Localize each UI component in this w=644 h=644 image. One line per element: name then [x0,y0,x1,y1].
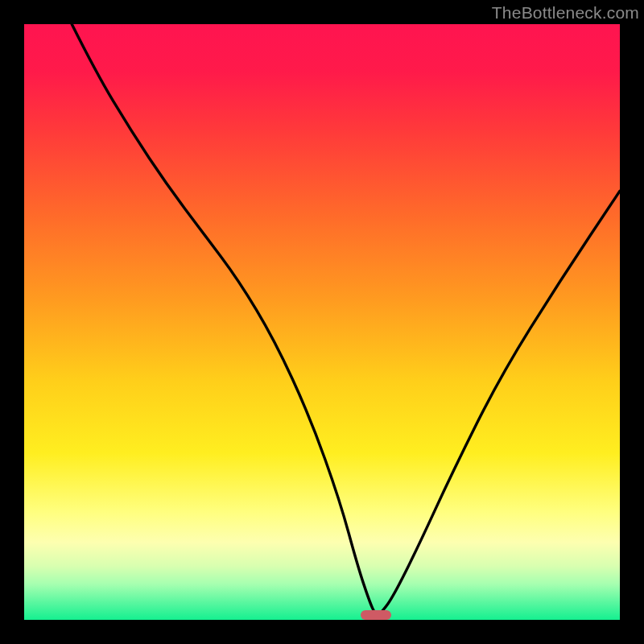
watermark-label: TheBottleneck.com [492,3,639,23]
chart-frame: TheBottleneck.com [0,0,644,644]
chart-plot-area [24,24,620,620]
chart-curve [24,24,620,620]
curve-path [72,24,620,614]
chart-marker-min [361,610,391,620]
